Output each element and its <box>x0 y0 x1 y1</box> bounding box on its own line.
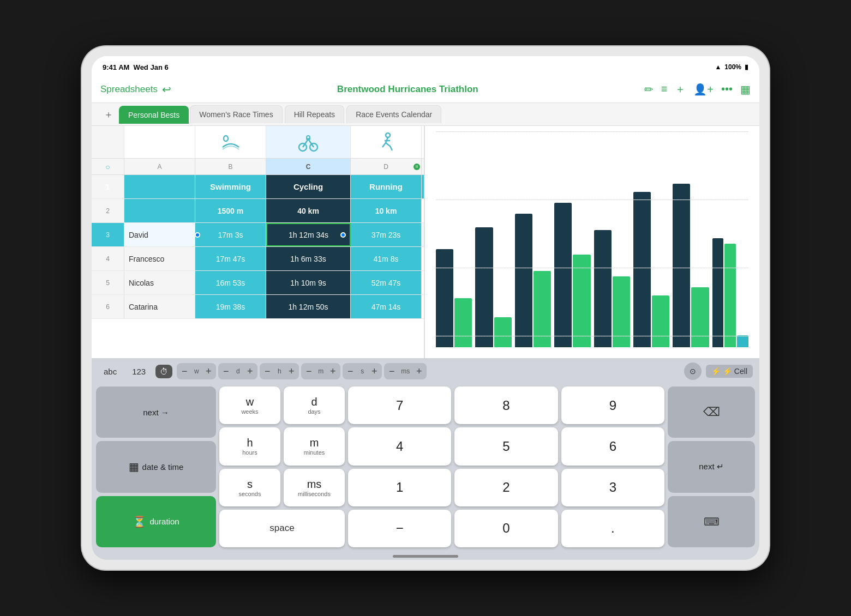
back-button[interactable]: Spreadsheets <box>100 84 158 95</box>
key-h[interactable]: h hours <box>219 427 280 465</box>
cell-btn-label: ⚡ Cell <box>723 367 747 376</box>
stepper-h-plus[interactable]: + <box>284 363 299 379</box>
cell-4-d[interactable]: 41m 8s <box>351 247 422 270</box>
more-icon[interactable]: ••• <box>721 83 733 95</box>
kb-circle-action[interactable]: ⊙ <box>684 363 702 380</box>
cell-2-d[interactable]: 10 km <box>351 199 422 222</box>
key-d[interactable]: d days <box>284 386 345 424</box>
mode-123-button[interactable]: 123 <box>127 365 151 378</box>
cell-6-d[interactable]: 47m 14s <box>351 295 422 318</box>
stepper-ms-plus[interactable]: + <box>411 363 427 379</box>
cell-1-b[interactable]: Swimming <box>195 175 266 198</box>
undo-button[interactable]: ↩ <box>162 83 171 96</box>
stepper-ms-minus[interactable]: − <box>384 363 399 379</box>
cell-4-a[interactable]: Francesco <box>124 247 195 270</box>
duration-label: duration <box>149 517 179 526</box>
stepper-m[interactable]: − m + <box>301 363 340 379</box>
cell-6-a[interactable]: Catarina <box>124 295 195 318</box>
add-icon[interactable]: ＋ <box>675 82 686 96</box>
key-space[interactable]: space <box>219 510 345 547</box>
cell-5-c[interactable]: 1h 10m 9s <box>266 271 351 294</box>
backspace-button[interactable]: ⌫ <box>668 386 755 438</box>
key-4[interactable]: 4 <box>348 427 451 465</box>
tab-womens-race-times[interactable]: Women's Race Times <box>190 105 282 123</box>
stepper-h-minus[interactable]: − <box>260 363 275 379</box>
tab-race-events[interactable]: Race Events Calendar <box>346 105 441 123</box>
next-enter-button[interactable]: next ↵ <box>668 441 755 492</box>
tab-hill-repeats[interactable]: Hill Repeats <box>285 105 344 123</box>
keyboard-dismiss-button[interactable]: ⌨ <box>668 496 755 547</box>
key-2[interactable]: 2 <box>454 469 558 506</box>
mode-abc-button[interactable]: abc <box>98 365 122 378</box>
key-5[interactable]: 5 <box>454 427 558 465</box>
tab-personal-bests[interactable]: Personal Bests <box>119 106 189 124</box>
key-ms[interactable]: ms milliseconds <box>284 469 345 506</box>
key-w-main: w <box>246 396 254 408</box>
cell-3-a[interactable]: David <box>124 223 195 246</box>
stepper-d-plus[interactable]: + <box>242 363 257 379</box>
stepper-w-minus[interactable]: − <box>177 363 192 379</box>
cell-6-b[interactable]: 19m 38s <box>195 295 266 318</box>
col-icons-row <box>92 126 424 159</box>
stepper-w[interactable]: − w + <box>177 363 216 379</box>
cell-4-c[interactable]: 1h 6m 33s <box>266 247 351 270</box>
cell-6-c[interactable]: 1h 12m 50s <box>266 295 351 318</box>
stepper-m-minus[interactable]: − <box>301 363 316 379</box>
key-ms-sub: milliseconds <box>298 491 331 497</box>
key-dot[interactable]: . <box>561 510 664 547</box>
key-7[interactable]: 7 <box>348 386 451 424</box>
stepper-w-plus[interactable]: + <box>201 363 216 379</box>
key-8[interactable]: 8 <box>454 386 558 424</box>
col-c-resize[interactable] <box>348 159 352 174</box>
stepper-s-minus[interactable]: − <box>343 363 358 379</box>
duration-mode-icon[interactable]: ⏱ <box>155 365 172 378</box>
stepper-m-plus[interactable]: + <box>325 363 340 379</box>
stepper-d[interactable]: − d + <box>218 363 257 379</box>
duration-button[interactable]: ⏳ duration <box>96 496 216 547</box>
next-button[interactable]: next → <box>96 386 216 438</box>
key-minus[interactable]: − <box>348 510 451 547</box>
col-header-c[interactable]: C <box>266 159 351 174</box>
key-9[interactable]: 9 <box>561 386 664 424</box>
filter-icon[interactable]: ≡ <box>661 83 668 95</box>
cell-5-d[interactable]: 52m 47s <box>351 271 422 294</box>
cell-3-c[interactable]: 1h 12m 34s <box>266 223 351 246</box>
col-header-d[interactable]: D II <box>351 159 422 174</box>
cell-5-b[interactable]: 16m 53s <box>195 271 266 294</box>
key-d-main: d <box>311 396 317 408</box>
col-header-b[interactable]: B <box>195 159 266 174</box>
stepper-d-minus[interactable]: − <box>218 363 233 379</box>
cell-2-b[interactable]: 1500 m <box>195 199 266 222</box>
pen-icon[interactable]: ✏ <box>644 83 654 96</box>
tab-bar: ＋ Personal Bests Women's Race Times Hill… <box>92 103 759 126</box>
cell-1-a[interactable] <box>124 175 195 198</box>
key-6[interactable]: 6 <box>561 427 664 465</box>
key-s[interactable]: s seconds <box>219 469 280 506</box>
datetime-button[interactable]: ▦ date & time <box>96 441 216 492</box>
stepper-h[interactable]: − h + <box>260 363 299 379</box>
stepper-s[interactable]: − s + <box>343 363 382 379</box>
cell-3-d[interactable]: 37m 23s <box>351 223 422 246</box>
nav-right: ✏ ≡ ＋ 👤+ ••• ▦ <box>644 82 751 96</box>
key-m[interactable]: m minutes <box>284 427 345 465</box>
cell-1-c[interactable]: Cycling <box>266 175 351 198</box>
cell-2-a[interactable] <box>124 199 195 222</box>
key-0[interactable]: 0 <box>454 510 558 547</box>
key-1[interactable]: 1 <box>348 469 451 506</box>
stepper-ms[interactable]: − ms + <box>384 363 427 379</box>
cell-1-d[interactable]: Running <box>351 175 422 198</box>
key-w[interactable]: w weeks <box>219 386 280 424</box>
stepper-s-plus[interactable]: + <box>367 363 382 379</box>
add-tab-button[interactable]: ＋ <box>98 108 119 121</box>
cell-4-b[interactable]: 17m 47s <box>195 247 266 270</box>
sheet-icon[interactable]: ▦ <box>740 83 751 96</box>
col-headers: ○ A B C D II <box>92 159 424 175</box>
collaborate-icon[interactable]: 👤+ <box>693 83 714 96</box>
kb-cell-button[interactable]: ⚡ ⚡ Cell <box>706 365 753 378</box>
spreadsheet-area: ○ A B C D II 1 <box>92 126 759 358</box>
key-3[interactable]: 3 <box>561 469 664 506</box>
col-header-a[interactable]: A <box>124 159 195 174</box>
cell-2-c[interactable]: 40 km <box>266 199 351 222</box>
cell-5-a[interactable]: Nicolas <box>124 271 195 294</box>
cell-3-b[interactable]: 17m 3s <box>195 223 266 246</box>
